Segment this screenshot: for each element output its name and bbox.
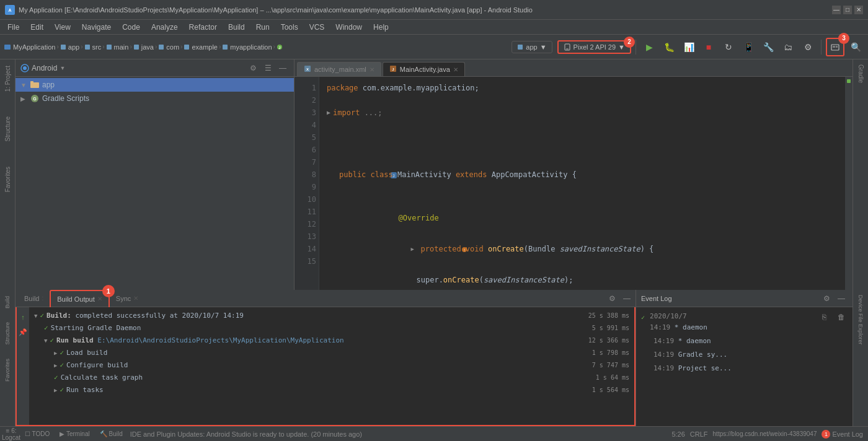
avd-manager-button[interactable]: 📱	[740, 38, 757, 56]
module-selector[interactable]: app ▼	[512, 41, 552, 53]
event-log-settings[interactable]: ⚙	[820, 292, 833, 305]
tab-structure[interactable]: Structure	[2, 110, 13, 148]
minimize-button[interactable]: —	[832, 6, 841, 14]
build-pin-button[interactable]: 📌	[17, 326, 29, 338]
gutter-ok-indicator	[847, 79, 851, 83]
menu-run[interactable]: Run	[251, 22, 275, 33]
bottom-tab-sync[interactable]: Sync ✕	[110, 290, 144, 307]
project-header: Android ▼ ⚙ ☰ —	[16, 59, 294, 77]
tree-item-app[interactable]: ▼ app	[16, 78, 294, 92]
build-arrow-3[interactable]: ▼	[44, 335, 47, 346]
menu-window[interactable]: Window	[330, 22, 367, 33]
code-line-9: @Override	[327, 206, 838, 230]
build-arrow-1[interactable]: ▼	[34, 310, 37, 321]
sync-tab-close[interactable]: ✕	[133, 295, 138, 302]
breadcrumb-java[interactable]: java	[133, 43, 154, 51]
gradle-sidebar: Gradle	[852, 59, 868, 290]
device-file-explorer-tab[interactable]: Device File Explorer	[856, 290, 866, 350]
status-logcat[interactable]: ≡ 6: Logcat	[5, 428, 17, 440]
status-todo[interactable]: ☐ TODO	[22, 428, 52, 440]
stop-button[interactable]: ■	[700, 38, 717, 56]
maximize-button[interactable]: □	[843, 6, 852, 14]
menu-build[interactable]: Build	[223, 22, 250, 33]
project-cog-button[interactable]: ⚙	[247, 62, 259, 74]
editor-gutter	[845, 77, 852, 290]
menu-help[interactable]: Help	[368, 22, 394, 33]
tree-item-gradle[interactable]: ▶ G Gradle Scripts	[16, 92, 294, 105]
project-structure-button[interactable]: 🗂	[779, 38, 797, 56]
breadcrumb-myapplication[interactable]: myapplication	[222, 43, 272, 51]
svg-rect-2	[4, 45, 11, 50]
code-area[interactable]: package com.example.myapplication; ▶ imp…	[319, 77, 845, 290]
build-arrow-4[interactable]: ▶	[54, 347, 57, 359]
gradle-tab[interactable]: Gradle	[855, 59, 867, 88]
event-log-copy-1[interactable]: ⎘	[818, 311, 830, 323]
bottom-tab-build[interactable]: Build	[2, 292, 12, 312]
build-minimize-button[interactable]: —	[621, 292, 633, 305]
status-terminal[interactable]: ▶ Terminal	[57, 428, 92, 440]
breadcrumb-src[interactable]: src	[84, 43, 102, 51]
build-output-close[interactable]: ✕	[97, 295, 102, 302]
code-line-5	[327, 131, 838, 144]
tab-project[interactable]: 1: Project	[2, 59, 13, 98]
tab-mainactivity-java[interactable]: J MainActivity.java ✕	[383, 62, 465, 76]
bottom-left-vert-tabs: Build Structure Favorites	[0, 290, 16, 426]
build-arrow-7[interactable]: ▶	[54, 385, 57, 396]
status-build[interactable]: 🔨 Build	[97, 428, 125, 440]
project-minimize-button[interactable]: —	[277, 62, 289, 74]
event-log-minimize[interactable]: —	[835, 292, 848, 305]
build-output-inner: ↑ 📌 ▼ ✓ Build: completed successfully at…	[16, 307, 636, 426]
bottom-panel: Build Structure Favorites Build : Build …	[0, 290, 868, 426]
menu-bar: File Edit View Navigate Code Analyze Ref…	[0, 20, 868, 35]
device-selector[interactable]: Pixel 2 API 29 ▼ 2	[557, 40, 631, 54]
menu-tools[interactable]: Tools	[276, 22, 303, 33]
sdk-manager-button[interactable]: 🔧	[760, 38, 777, 56]
search-everywhere-button[interactable]: 🔍	[847, 38, 864, 56]
menu-code[interactable]: Code	[117, 22, 145, 33]
build-arrow-5[interactable]: ▶	[54, 360, 57, 371]
menu-navigate[interactable]: Navigate	[77, 22, 116, 33]
settings-button[interactable]: ⚙	[799, 38, 817, 56]
run-button[interactable]: ▶	[640, 38, 658, 56]
breadcrumb-com[interactable]: com	[158, 43, 179, 51]
menu-file[interactable]: File	[2, 22, 24, 33]
bottom-tab-favorites-vert[interactable]: Favorites	[2, 355, 12, 385]
menu-analyze[interactable]: Analyze	[146, 22, 183, 33]
project-gear-button[interactable]: ☰	[262, 62, 274, 74]
sync-button[interactable]: ↻	[720, 38, 737, 56]
event-log-status[interactable]: 1 Event Log	[822, 430, 863, 439]
separator2	[821, 40, 822, 55]
build-settings-button[interactable]: ⚙	[606, 292, 618, 305]
tab-favorites[interactable]: Favorites	[2, 160, 13, 198]
menu-refactor[interactable]: Refactor	[184, 22, 222, 33]
event-line-1: ✓ 2020/10/7 14:19 * daemon ⎘ 🗑	[641, 310, 848, 334]
event-log-delete-1[interactable]: 🗑	[835, 311, 848, 323]
breadcrumb-app-module[interactable]: app	[60, 43, 79, 51]
build-up-button[interactable]: ↑	[17, 311, 29, 323]
menu-vcs[interactable]: VCS	[304, 22, 330, 33]
build-output-tab[interactable]: Build Output ✕ 1	[50, 290, 110, 307]
bottom-tab-build-label[interactable]: Build :	[18, 290, 50, 307]
svg-rect-21	[30, 81, 33, 83]
window-controls: — □ ✕	[832, 6, 863, 14]
bottom-tab-structure[interactable]: Structure	[2, 318, 12, 349]
menu-edit[interactable]: Edit	[25, 22, 48, 33]
breadcrumb-main[interactable]: main	[106, 43, 129, 51]
project-selector[interactable]: Android ▼	[20, 64, 65, 72]
build-time-1: 25 s 388 ms	[588, 310, 629, 321]
tab-java-close[interactable]: ✕	[453, 66, 458, 73]
tab-activity-main-xml[interactable]: X activity_main.xml ✕	[297, 62, 381, 76]
breadcrumb-app[interactable]: MyApplication	[4, 43, 55, 51]
build-text-6: Calculate task graph	[61, 372, 143, 383]
menu-view[interactable]: View	[50, 22, 76, 33]
tab-xml-close[interactable]: ✕	[370, 66, 374, 73]
project-selector-label: Android	[32, 64, 57, 72]
gradle-icon: G	[30, 94, 40, 103]
device-file-explorer-sidebar: Device File Explorer	[852, 290, 868, 426]
debug-button[interactable]: 🐛	[660, 38, 678, 56]
profile-button[interactable]: 📊	[680, 38, 698, 56]
close-button[interactable]: ✕	[854, 6, 863, 14]
breadcrumb-example[interactable]: example	[184, 43, 218, 51]
breadcrumb-file[interactable]: J	[277, 44, 283, 50]
build-tab-no-close: :	[42, 295, 43, 302]
